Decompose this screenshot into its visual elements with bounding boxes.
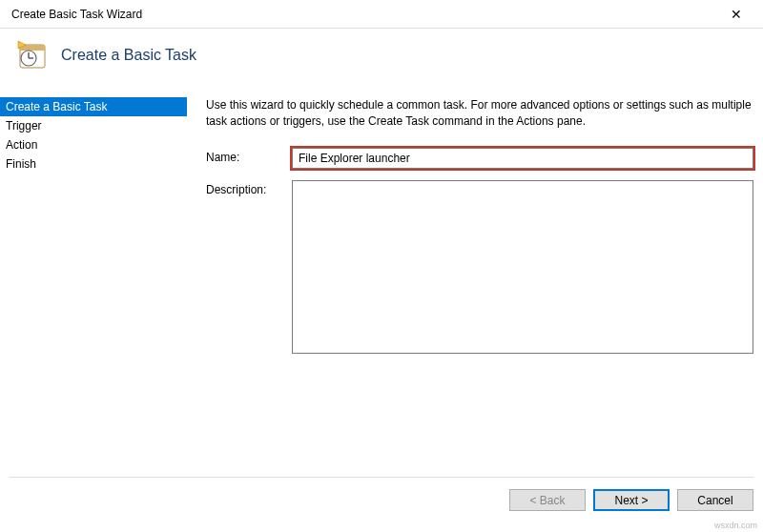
sidebar-item-label: Trigger <box>6 119 42 133</box>
sidebar-item-label: Action <box>6 138 37 152</box>
button-bar: < Back Next > Cancel <box>10 477 753 511</box>
wizard-header: Create a Basic Task <box>0 29 763 97</box>
description-label: Description: <box>206 180 292 196</box>
cancel-button[interactable]: Cancel <box>677 489 753 511</box>
page-title: Create a Basic Task <box>61 47 196 64</box>
sidebar-item-create-basic-task[interactable]: Create a Basic Task <box>0 97 187 116</box>
sidebar-item-trigger[interactable]: Trigger <box>0 116 187 135</box>
close-icon: ✕ <box>731 7 742 22</box>
description-input[interactable] <box>292 180 753 354</box>
intro-text: Use this wizard to quickly schedule a co… <box>206 97 755 131</box>
task-scheduler-icon <box>17 40 48 71</box>
window-title: Create Basic Task Wizard <box>8 8 717 21</box>
titlebar: Create Basic Task Wizard ✕ <box>0 0 763 29</box>
sidebar-item-label: Finish <box>6 157 36 171</box>
watermark: wsxdn.com <box>714 521 757 530</box>
next-button[interactable]: Next > <box>593 489 670 511</box>
sidebar-item-finish[interactable]: Finish <box>0 154 187 174</box>
sidebar-item-action[interactable]: Action <box>0 135 187 154</box>
back-button[interactable]: < Back <box>509 489 586 511</box>
name-label: Name: <box>206 148 292 164</box>
sidebar-item-label: Create a Basic Task <box>6 100 108 113</box>
name-input[interactable] <box>292 148 753 169</box>
close-button[interactable]: ✕ <box>717 1 755 28</box>
main-panel: Use this wizard to quickly schedule a co… <box>187 97 763 365</box>
wizard-steps-sidebar: Create a Basic Task Trigger Action Finis… <box>0 97 187 365</box>
